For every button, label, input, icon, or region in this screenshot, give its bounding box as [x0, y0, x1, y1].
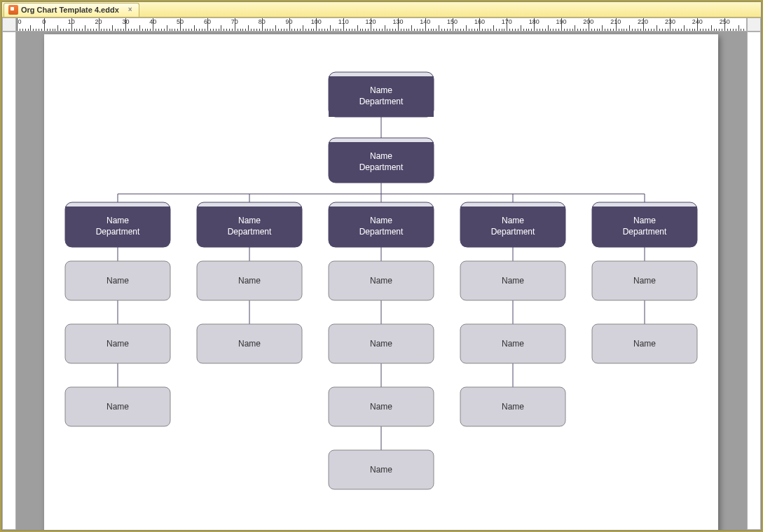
node-name: Name [502, 216, 524, 225]
ruler-corner-left [2, 18, 16, 31]
org-node-dept-1[interactable]: Name Department [197, 202, 302, 247]
close-icon[interactable]: × [126, 6, 135, 14]
svg-text:Name: Name [370, 339, 392, 349]
svg-text:Name: Name [502, 402, 524, 412]
org-node-child[interactable]: Name [329, 450, 434, 489]
ruler-corner-right [747, 18, 761, 31]
org-node-child[interactable]: Name [329, 324, 434, 363]
org-node-child[interactable]: Name [197, 324, 302, 363]
node-name: Name [238, 216, 261, 225]
org-node-child[interactable]: Name [329, 261, 434, 300]
svg-text:Name: Name [106, 402, 129, 412]
document-icon [8, 5, 18, 15]
svg-text:Name: Name [106, 276, 129, 286]
org-node-dept-3[interactable]: Name Department [460, 202, 565, 247]
node-name: Name [633, 216, 656, 225]
ruler-vertical-left[interactable] [2, 31, 16, 530]
tab-bar: Org Chart Template 4.eddx × [2, 2, 761, 18]
org-node-child[interactable]: Name [65, 324, 170, 363]
org-node-child[interactable]: Name [197, 261, 302, 300]
svg-text:Name: Name [633, 339, 656, 349]
canvas[interactable]: Name Department Name Department N [16, 31, 747, 530]
node-dept: Department [96, 227, 140, 237]
svg-text:Name: Name [238, 339, 261, 349]
document-tab[interactable]: Org Chart Template 4.eddx × [4, 3, 139, 17]
node-dept: Department [359, 162, 404, 172]
node-name: Name [370, 151, 392, 161]
org-node-child[interactable]: Name [65, 387, 170, 426]
org-node-child[interactable]: Name [460, 324, 565, 363]
svg-text:Name: Name [370, 465, 392, 475]
tab-title: Org Chart Template 4.eddx [21, 6, 119, 14]
node-name: Name [370, 85, 392, 95]
org-node-level1[interactable]: Name Department [329, 138, 434, 183]
org-node-child[interactable]: Name [65, 261, 170, 300]
node-dept: Department [359, 97, 404, 106]
org-node-child[interactable]: Name [592, 261, 697, 300]
ruler-horizontal[interactable]: -100102030405060708090100110120130140150… [16, 18, 747, 31]
org-node-child[interactable]: Name [592, 324, 697, 363]
svg-text:Name: Name [502, 339, 524, 349]
org-node-root[interactable]: Name Department [329, 72, 434, 117]
node-name: Name [106, 216, 129, 225]
node-dept: Department [623, 227, 667, 237]
svg-text:Name: Name [502, 276, 524, 286]
ruler-vertical-right[interactable] [747, 31, 761, 530]
org-node-dept-2[interactable]: Name Department [329, 202, 434, 247]
org-node-dept-4[interactable]: Name Department [592, 202, 697, 247]
svg-text:Name: Name [238, 276, 261, 286]
svg-text:Name: Name [370, 402, 392, 412]
node-name: Name [370, 216, 392, 225]
org-node-dept-0[interactable]: Name Department [65, 202, 170, 247]
org-chart-diagram: Name Department Name Department N [44, 34, 718, 530]
org-node-child[interactable]: Name [460, 261, 565, 300]
node-dept: Department [491, 227, 535, 237]
node-dept: Department [228, 227, 272, 237]
svg-text:Name: Name [106, 339, 129, 349]
svg-text:Name: Name [633, 276, 656, 286]
org-node-child[interactable]: Name [329, 387, 434, 426]
page[interactable]: Name Department Name Department N [44, 34, 718, 530]
node-dept: Department [359, 227, 404, 237]
svg-text:Name: Name [370, 276, 392, 286]
org-node-child[interactable]: Name [460, 387, 565, 426]
